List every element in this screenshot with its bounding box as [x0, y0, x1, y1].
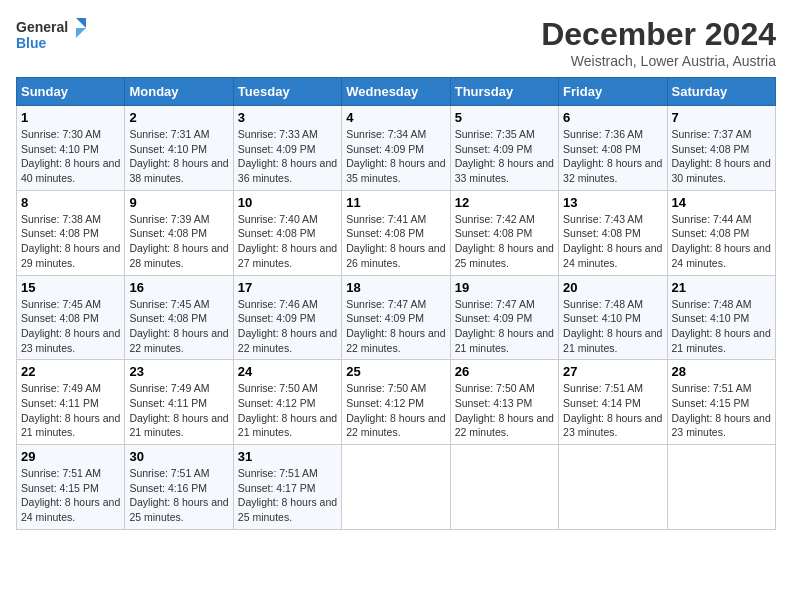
day-number: 6 — [563, 110, 662, 125]
cell-sunrise: Sunrise: 7:48 AMSunset: 4:10 PMDaylight:… — [563, 298, 662, 354]
cell-sunrise: Sunrise: 7:36 AMSunset: 4:08 PMDaylight:… — [563, 128, 662, 184]
calendar-cell: 14 Sunrise: 7:44 AMSunset: 4:08 PMDaylig… — [667, 190, 775, 275]
cell-sunrise: Sunrise: 7:48 AMSunset: 4:10 PMDaylight:… — [672, 298, 771, 354]
day-header-friday: Friday — [559, 78, 667, 106]
day-number: 7 — [672, 110, 771, 125]
title-block: December 2024 Weistrach, Lower Austria, … — [541, 16, 776, 69]
day-header-sunday: Sunday — [17, 78, 125, 106]
day-number: 28 — [672, 364, 771, 379]
cell-sunrise: Sunrise: 7:49 AMSunset: 4:11 PMDaylight:… — [129, 382, 228, 438]
calendar-week-3: 15 Sunrise: 7:45 AMSunset: 4:08 PMDaylig… — [17, 275, 776, 360]
calendar-cell: 23 Sunrise: 7:49 AMSunset: 4:11 PMDaylig… — [125, 360, 233, 445]
cell-sunrise: Sunrise: 7:51 AMSunset: 4:14 PMDaylight:… — [563, 382, 662, 438]
calendar-cell — [559, 445, 667, 530]
main-title: December 2024 — [541, 16, 776, 53]
day-number: 21 — [672, 280, 771, 295]
calendar-cell: 8 Sunrise: 7:38 AMSunset: 4:08 PMDayligh… — [17, 190, 125, 275]
day-number: 1 — [21, 110, 120, 125]
cell-sunrise: Sunrise: 7:50 AMSunset: 4:13 PMDaylight:… — [455, 382, 554, 438]
cell-sunrise: Sunrise: 7:51 AMSunset: 4:15 PMDaylight:… — [672, 382, 771, 438]
cell-sunrise: Sunrise: 7:47 AMSunset: 4:09 PMDaylight:… — [346, 298, 445, 354]
calendar-cell — [667, 445, 775, 530]
calendar-cell: 18 Sunrise: 7:47 AMSunset: 4:09 PMDaylig… — [342, 275, 450, 360]
svg-text:General: General — [16, 19, 68, 35]
logo-svg: General Blue — [16, 16, 86, 52]
cell-sunrise: Sunrise: 7:51 AMSunset: 4:16 PMDaylight:… — [129, 467, 228, 523]
calendar-cell: 9 Sunrise: 7:39 AMSunset: 4:08 PMDayligh… — [125, 190, 233, 275]
day-header-wednesday: Wednesday — [342, 78, 450, 106]
calendar-cell: 28 Sunrise: 7:51 AMSunset: 4:15 PMDaylig… — [667, 360, 775, 445]
calendar-cell: 6 Sunrise: 7:36 AMSunset: 4:08 PMDayligh… — [559, 106, 667, 191]
day-number: 22 — [21, 364, 120, 379]
cell-sunrise: Sunrise: 7:50 AMSunset: 4:12 PMDaylight:… — [238, 382, 337, 438]
header: General Blue December 2024 Weistrach, Lo… — [16, 16, 776, 69]
day-header-saturday: Saturday — [667, 78, 775, 106]
cell-sunrise: Sunrise: 7:35 AMSunset: 4:09 PMDaylight:… — [455, 128, 554, 184]
calendar-cell: 27 Sunrise: 7:51 AMSunset: 4:14 PMDaylig… — [559, 360, 667, 445]
calendar-cell: 12 Sunrise: 7:42 AMSunset: 4:08 PMDaylig… — [450, 190, 558, 275]
calendar-cell: 29 Sunrise: 7:51 AMSunset: 4:15 PMDaylig… — [17, 445, 125, 530]
cell-sunrise: Sunrise: 7:42 AMSunset: 4:08 PMDaylight:… — [455, 213, 554, 269]
cell-sunrise: Sunrise: 7:49 AMSunset: 4:11 PMDaylight:… — [21, 382, 120, 438]
calendar-cell: 21 Sunrise: 7:48 AMSunset: 4:10 PMDaylig… — [667, 275, 775, 360]
day-number: 2 — [129, 110, 228, 125]
logo: General Blue — [16, 16, 86, 52]
day-number: 5 — [455, 110, 554, 125]
calendar-cell: 1 Sunrise: 7:30 AMSunset: 4:10 PMDayligh… — [17, 106, 125, 191]
cell-sunrise: Sunrise: 7:37 AMSunset: 4:08 PMDaylight:… — [672, 128, 771, 184]
day-number: 12 — [455, 195, 554, 210]
day-number: 15 — [21, 280, 120, 295]
calendar-cell: 15 Sunrise: 7:45 AMSunset: 4:08 PMDaylig… — [17, 275, 125, 360]
day-number: 26 — [455, 364, 554, 379]
calendar-header-row: SundayMondayTuesdayWednesdayThursdayFrid… — [17, 78, 776, 106]
day-header-tuesday: Tuesday — [233, 78, 341, 106]
calendar-table: SundayMondayTuesdayWednesdayThursdayFrid… — [16, 77, 776, 530]
calendar-cell: 7 Sunrise: 7:37 AMSunset: 4:08 PMDayligh… — [667, 106, 775, 191]
day-number: 14 — [672, 195, 771, 210]
day-number: 31 — [238, 449, 337, 464]
calendar-cell — [342, 445, 450, 530]
cell-sunrise: Sunrise: 7:44 AMSunset: 4:08 PMDaylight:… — [672, 213, 771, 269]
day-number: 11 — [346, 195, 445, 210]
cell-sunrise: Sunrise: 7:39 AMSunset: 4:08 PMDaylight:… — [129, 213, 228, 269]
subtitle: Weistrach, Lower Austria, Austria — [541, 53, 776, 69]
svg-marker-2 — [76, 18, 86, 28]
calendar-cell: 13 Sunrise: 7:43 AMSunset: 4:08 PMDaylig… — [559, 190, 667, 275]
svg-text:Blue: Blue — [16, 35, 47, 51]
day-number: 9 — [129, 195, 228, 210]
day-header-monday: Monday — [125, 78, 233, 106]
calendar-cell: 30 Sunrise: 7:51 AMSunset: 4:16 PMDaylig… — [125, 445, 233, 530]
calendar-week-4: 22 Sunrise: 7:49 AMSunset: 4:11 PMDaylig… — [17, 360, 776, 445]
cell-sunrise: Sunrise: 7:51 AMSunset: 4:15 PMDaylight:… — [21, 467, 120, 523]
day-number: 13 — [563, 195, 662, 210]
cell-sunrise: Sunrise: 7:38 AMSunset: 4:08 PMDaylight:… — [21, 213, 120, 269]
calendar-week-1: 1 Sunrise: 7:30 AMSunset: 4:10 PMDayligh… — [17, 106, 776, 191]
calendar-cell: 20 Sunrise: 7:48 AMSunset: 4:10 PMDaylig… — [559, 275, 667, 360]
calendar-cell: 3 Sunrise: 7:33 AMSunset: 4:09 PMDayligh… — [233, 106, 341, 191]
calendar-cell: 2 Sunrise: 7:31 AMSunset: 4:10 PMDayligh… — [125, 106, 233, 191]
calendar-cell: 24 Sunrise: 7:50 AMSunset: 4:12 PMDaylig… — [233, 360, 341, 445]
cell-sunrise: Sunrise: 7:33 AMSunset: 4:09 PMDaylight:… — [238, 128, 337, 184]
day-number: 18 — [346, 280, 445, 295]
calendar-week-5: 29 Sunrise: 7:51 AMSunset: 4:15 PMDaylig… — [17, 445, 776, 530]
calendar-cell: 17 Sunrise: 7:46 AMSunset: 4:09 PMDaylig… — [233, 275, 341, 360]
cell-sunrise: Sunrise: 7:34 AMSunset: 4:09 PMDaylight:… — [346, 128, 445, 184]
day-number: 23 — [129, 364, 228, 379]
calendar-cell: 22 Sunrise: 7:49 AMSunset: 4:11 PMDaylig… — [17, 360, 125, 445]
day-number: 20 — [563, 280, 662, 295]
cell-sunrise: Sunrise: 7:46 AMSunset: 4:09 PMDaylight:… — [238, 298, 337, 354]
day-header-thursday: Thursday — [450, 78, 558, 106]
calendar-cell: 10 Sunrise: 7:40 AMSunset: 4:08 PMDaylig… — [233, 190, 341, 275]
cell-sunrise: Sunrise: 7:31 AMSunset: 4:10 PMDaylight:… — [129, 128, 228, 184]
calendar-cell: 31 Sunrise: 7:51 AMSunset: 4:17 PMDaylig… — [233, 445, 341, 530]
calendar-week-2: 8 Sunrise: 7:38 AMSunset: 4:08 PMDayligh… — [17, 190, 776, 275]
cell-sunrise: Sunrise: 7:47 AMSunset: 4:09 PMDaylight:… — [455, 298, 554, 354]
svg-marker-3 — [76, 28, 86, 38]
calendar-cell: 5 Sunrise: 7:35 AMSunset: 4:09 PMDayligh… — [450, 106, 558, 191]
cell-sunrise: Sunrise: 7:45 AMSunset: 4:08 PMDaylight:… — [21, 298, 120, 354]
cell-sunrise: Sunrise: 7:50 AMSunset: 4:12 PMDaylight:… — [346, 382, 445, 438]
cell-sunrise: Sunrise: 7:40 AMSunset: 4:08 PMDaylight:… — [238, 213, 337, 269]
day-number: 29 — [21, 449, 120, 464]
day-number: 17 — [238, 280, 337, 295]
day-number: 24 — [238, 364, 337, 379]
